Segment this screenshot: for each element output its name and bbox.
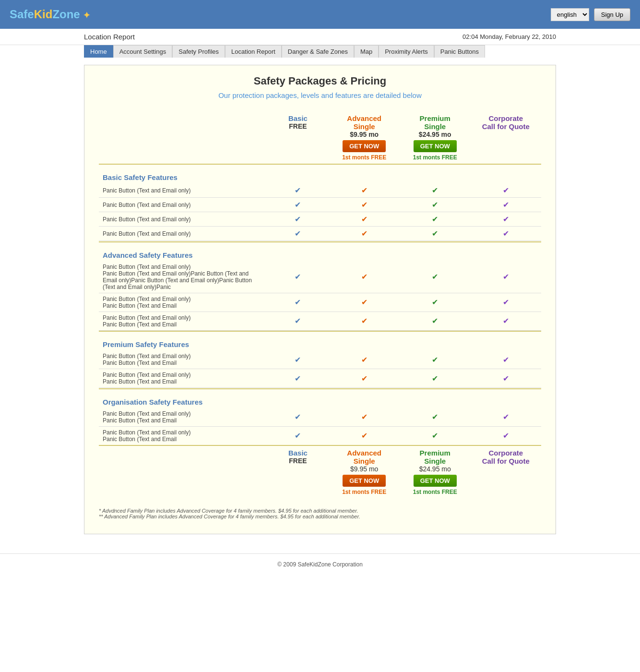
checkmark-purple: [503, 216, 509, 223]
advanced-get-now-btn-top[interactable]: GET NOW: [343, 140, 386, 152]
check-basic-2-1: [267, 369, 329, 388]
premium-plan-name-bottom: Premium: [403, 449, 467, 457]
feature-text-0-2: Panic Button (Text and Email only): [99, 212, 267, 227]
checkmark-red: [361, 432, 367, 440]
nav-map[interactable]: Map: [354, 45, 379, 58]
page-title: Location Report: [84, 33, 135, 41]
check-advanced-3-1: [329, 426, 400, 445]
corporate-col-footer: Corporate Call for Quote: [470, 446, 541, 498]
premium-col-footer: Premium Single $24.95 mo GET NOW 1st mon…: [400, 446, 471, 498]
section-title-3: Organisation Safety Features: [103, 398, 202, 406]
signup-button[interactable]: Sign Up: [594, 8, 630, 21]
feature-row-0-2: Panic Button (Text and Email only): [99, 212, 541, 227]
feature-row-2-1: Panic Button (Text and Email only)Panic …: [99, 369, 541, 388]
section-title-2: Premium Safety Features: [103, 340, 189, 348]
premium-plan-price-bottom: $24.95 mo: [403, 465, 467, 473]
check-corporate-2-0: [470, 350, 541, 369]
footnote-2: ** Advanced Family Plan includes Advance…: [99, 514, 541, 519]
checkmark-blue: [295, 187, 301, 194]
advanced-col-footer: Advanced Single $9.95 mo GET NOW 1st mon…: [329, 446, 400, 498]
advanced-col-header: Advanced Single $9.95 mo GET NOW 1st mon…: [329, 111, 400, 164]
checkmark-blue: [295, 432, 301, 440]
feature-row-0-3: Panic Button (Text and Email only): [99, 227, 541, 241]
check-basic-0-0: [267, 183, 329, 198]
premium-plan-name: Premium: [403, 114, 467, 122]
check-premium-0-2: [400, 212, 471, 227]
premium-plan-line2-bottom: Single: [403, 457, 467, 465]
feature-text-1-0: Panic Button (Text and Email only)Panic …: [99, 261, 267, 293]
language-select[interactable]: english: [551, 8, 589, 21]
check-advanced-0-1: [329, 198, 400, 212]
check-advanced-0-0: [329, 183, 400, 198]
checkmark-blue: [295, 299, 301, 306]
basic-col-header: Basic FREE: [267, 111, 329, 164]
check-basic-1-2: [267, 312, 329, 330]
checkmark-red: [361, 202, 367, 209]
check-premium-3-0: [400, 408, 471, 427]
checkmark-green: [432, 187, 438, 194]
checkmark-red: [361, 299, 367, 306]
nav-account-settings[interactable]: Account Settings: [113, 45, 173, 58]
checkmark-blue: [295, 230, 301, 238]
feature-row-3-1: Panic Button (Text and Email only)Panic …: [99, 426, 541, 445]
check-premium-1-1: [400, 293, 471, 312]
footnotes: * Advdnced Family Plan includes Advanced…: [99, 508, 541, 519]
advanced-plan-line2: Single: [332, 122, 396, 131]
feature-text-0-1: Panic Button (Text and Email only): [99, 198, 267, 212]
check-premium-2-1: [400, 369, 471, 388]
corporate-plan-line2-bottom: Call for Quote: [474, 457, 537, 465]
check-corporate-1-2: [470, 312, 541, 330]
nav-home[interactable]: Home: [84, 45, 113, 58]
checkmark-green: [432, 216, 438, 223]
logo-kid: Kid: [34, 8, 53, 21]
advanced-get-now-btn-bottom[interactable]: GET NOW: [343, 475, 386, 487]
premium-col-header: Premium Single $24.95 mo GET NOW 1st mon…: [400, 111, 471, 164]
checkmark-green: [432, 299, 438, 306]
nav-safety-profiles[interactable]: Safety Profiles: [172, 45, 225, 58]
nav-panic-buttons[interactable]: Panic Buttons: [434, 45, 485, 58]
check-advanced-1-0: [329, 261, 400, 293]
checkmark-blue: [295, 375, 301, 383]
checkmark-green: [432, 274, 438, 281]
feature-text-1-1: Panic Button (Text and Email only)Panic …: [99, 293, 267, 312]
nav-proximity-alerts[interactable]: Proximity Alerts: [379, 45, 434, 58]
check-corporate-1-1: [470, 293, 541, 312]
premium-plan-line2: Single: [403, 122, 467, 131]
feature-row-1-0: Panic Button (Text and Email only)Panic …: [99, 261, 541, 293]
check-corporate-1-0: [470, 261, 541, 293]
checkmark-red: [361, 318, 367, 325]
check-corporate-3-0: [470, 408, 541, 427]
feature-text-2-0: Panic Button (Text and Email only)Panic …: [99, 350, 267, 369]
checkmark-green: [432, 375, 438, 383]
corporate-plan-name: Corporate: [474, 114, 537, 122]
basic-plan-price-bottom: FREE: [271, 457, 325, 465]
pricing-title: Safety Packages & Pricing: [99, 75, 541, 87]
plan-footer-row: Basic FREE Advanced Single $9.95 mo GET …: [99, 446, 541, 498]
check-advanced-1-2: [329, 312, 400, 330]
section-header-1: Advanced Safety Features: [99, 242, 541, 261]
checkmark-purple: [503, 187, 509, 194]
check-premium-1-2: [400, 312, 471, 330]
nav-danger-safe-zones[interactable]: Danger & Safe Zones: [282, 45, 354, 58]
premium-get-now-btn-top[interactable]: GET NOW: [414, 140, 457, 152]
pricing-table: Basic FREE Advanced Single $9.95 mo GET …: [99, 111, 541, 498]
premium-first-month-bottom: 1st monts FREE: [403, 489, 467, 495]
checkmark-red: [361, 375, 367, 383]
footer-text: © 2009 SafeKidZone Corporation: [277, 561, 363, 568]
check-basic-3-1: [267, 426, 329, 445]
basic-plan-name: Basic: [271, 114, 325, 122]
checkmark-blue: [295, 202, 301, 209]
section-header-0: Basic Safety Features: [99, 164, 541, 183]
feature-text-2-1: Panic Button (Text and Email only)Panic …: [99, 369, 267, 388]
premium-get-now-btn-bottom[interactable]: GET NOW: [414, 475, 457, 487]
basic-plan-price: FREE: [271, 122, 325, 130]
checkmark-green: [432, 230, 438, 238]
corporate-plan-name-bottom: Corporate: [474, 449, 537, 457]
feature-text-3-0: Panic Button (Text and Email only)Panic …: [99, 408, 267, 427]
logo-star: ✦: [83, 11, 90, 20]
nav-location-report[interactable]: Location Report: [225, 45, 282, 58]
check-corporate-0-0: [470, 183, 541, 198]
checkmark-red: [361, 187, 367, 194]
datetime-display: 02:04 Monday, February 22, 2010: [462, 33, 556, 40]
check-basic-0-3: [267, 227, 329, 241]
